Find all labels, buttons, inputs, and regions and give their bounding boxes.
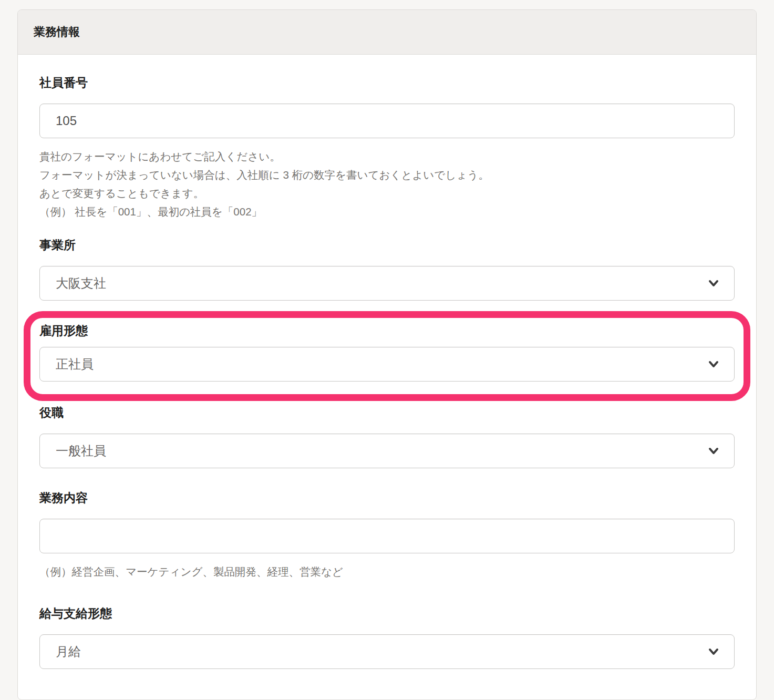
job-description-label: 業務内容: [39, 490, 735, 506]
office-select-value: 大阪支社: [56, 277, 106, 290]
field-employment-type: 雇用形態 正社員: [39, 323, 735, 382]
employment-type-select[interactable]: 正社員: [39, 347, 735, 382]
salary-payment-type-label: 給与支給形態: [39, 606, 735, 622]
help-line: （例） 社長を「001」、最初の社員を「002」: [39, 202, 735, 221]
field-position: 役職 一般社員: [39, 405, 735, 468]
chevron-down-icon: [707, 444, 720, 458]
position-label: 役職: [39, 405, 735, 421]
employee-number-input[interactable]: [39, 104, 735, 138]
business-info-panel: 業務情報 社員番号 貴社のフォーマットにあわせてご記入ください。 フォーマットが…: [17, 9, 757, 700]
chevron-down-icon: [707, 276, 720, 290]
help-line: 貴社のフォーマットにあわせてご記入ください。: [39, 147, 735, 166]
panel-body: 社員番号 貴社のフォーマットにあわせてご記入ください。 フォーマットが決まってい…: [18, 55, 756, 699]
field-job-description: 業務内容 （例）経営企画、マーケティング、製品開発、経理、営業など: [39, 490, 735, 581]
highlight-annotation: 雇用形態 正社員: [24, 311, 750, 401]
position-select-value: 一般社員: [56, 445, 106, 457]
field-salary-payment-type: 給与支給形態 月給: [39, 606, 735, 669]
help-line: フォーマットが決まっていない場合は、入社順に 3 桁の数字を書いておくとよいでし…: [39, 166, 735, 184]
job-description-input[interactable]: [39, 519, 735, 553]
panel-title: 業務情報: [34, 25, 740, 39]
field-office: 事業所 大阪支社: [39, 238, 735, 301]
chevron-down-icon: [707, 357, 720, 371]
office-select[interactable]: 大阪支社: [39, 266, 735, 301]
salary-payment-type-select-value: 月給: [56, 645, 81, 658]
position-select[interactable]: 一般社員: [39, 434, 735, 468]
panel-header: 業務情報: [18, 10, 756, 55]
page-background: 業務情報 社員番号 貴社のフォーマットにあわせてご記入ください。 フォーマットが…: [0, 9, 774, 700]
field-employee-number: 社員番号 貴社のフォーマットにあわせてご記入ください。 フォーマットが決まってい…: [39, 75, 735, 221]
job-description-help: （例）経営企画、マーケティング、製品開発、経理、営業など: [39, 562, 735, 581]
employee-number-label: 社員番号: [39, 75, 735, 91]
employment-type-label: 雇用形態: [39, 323, 735, 339]
help-line: あとで変更することもできます。: [39, 184, 735, 202]
employment-type-select-value: 正社員: [56, 358, 94, 370]
help-line: （例）経営企画、マーケティング、製品開発、経理、営業など: [39, 562, 735, 581]
salary-payment-type-select[interactable]: 月給: [39, 634, 735, 669]
chevron-down-icon: [707, 645, 720, 658]
employee-number-help: 貴社のフォーマットにあわせてご記入ください。 フォーマットが決まっていない場合は…: [39, 147, 735, 221]
office-label: 事業所: [39, 238, 735, 253]
